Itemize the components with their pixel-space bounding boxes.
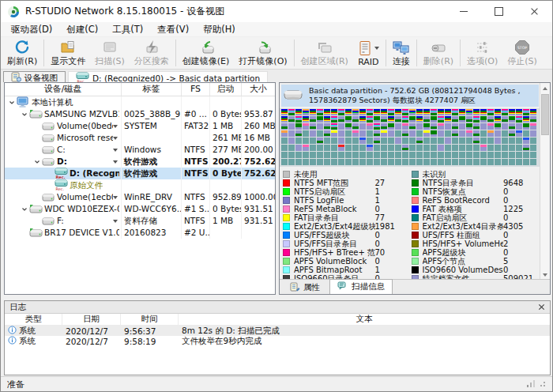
- table-row[interactable]: Rec.D: (Recognize...软件游戏NTFS0 Bytes752.6…: [5, 168, 275, 179]
- device-name-cell: Rec.D: (Recognize...: [5, 168, 122, 179]
- volume-dropdown-icon[interactable]: [113, 137, 118, 140]
- toolbar-separator: [460, 40, 461, 66]
- legend-swatch: [283, 188, 290, 195]
- scan-block-map[interactable]: [280, 108, 540, 167]
- toolbar-button-open-image[interactable]: 打开镜像(O): [234, 38, 292, 68]
- table-row[interactable]: 本地计算机: [5, 96, 275, 108]
- log-column-time[interactable]: 时间: [121, 314, 179, 325]
- menu-tools[interactable]: 工具(T): [105, 23, 150, 36]
- log-text: 8m 12s 的 D: 扫描已完成: [179, 326, 550, 337]
- toolbar-button-raid[interactable]: RAID: [353, 38, 384, 68]
- device-name: WDC WD10EZEX-08W...: [44, 203, 119, 215]
- scan-map-cell: [523, 159, 529, 165]
- svg-text:STOP: STOP: [517, 46, 527, 50]
- expand-chevron-icon[interactable]: [19, 206, 29, 213]
- scan-map-row: [281, 159, 540, 166]
- table-row[interactable]: Microsoft reserve..261 MB16 MB: [5, 132, 275, 144]
- toolbar-button-delete[interactable]: 删除(R): [419, 38, 458, 68]
- scan-map-cell: [480, 138, 487, 144]
- menu-drive[interactable]: 驱动器(D): [4, 23, 59, 36]
- toolbar-button-show-files[interactable]: 显示文件: [46, 38, 90, 68]
- legend-swatch: [283, 240, 290, 247]
- table-row[interactable]: WDC WD10EZEX-08W...WD-WCC6Y6...#1 S...0 …: [5, 203, 275, 215]
- scan-map-cell: [395, 138, 401, 144]
- table-row[interactable]: C:WindowsNTFS277 MB200.00 ...: [5, 144, 275, 156]
- column-header-device[interactable]: 设备/磁盘: [5, 83, 122, 96]
- menu-view[interactable]: 查看(V): [150, 23, 196, 36]
- toolbar-button-options[interactable]: 选项(O): [462, 38, 502, 68]
- raid-icon: [358, 40, 379, 56]
- scan-map-cell: [459, 109, 465, 115]
- volume-dropdown-icon[interactable]: [113, 125, 118, 128]
- device-fs: #0 ...: [182, 108, 210, 120]
- scan-map-cell: [416, 152, 423, 158]
- scan-map-cell: [409, 109, 416, 115]
- table-row[interactable]: Rec.原始文件: [5, 179, 275, 191]
- toolbar-button-connect[interactable]: 连接: [388, 38, 415, 68]
- scan-map-cell: [409, 145, 416, 151]
- scrollbar-up-icon[interactable]: [540, 83, 550, 93]
- scan-map-cell: [310, 116, 316, 122]
- toolbar-button-create-image[interactable]: 创建镜像(E): [178, 38, 235, 68]
- toolbar-button-create-region[interactable]: 创建区域(R): [296, 38, 353, 68]
- resize-grip[interactable]: [538, 379, 546, 390]
- expand-chevron-icon[interactable]: [6, 100, 17, 106]
- log-column-date[interactable]: 日期: [62, 314, 121, 325]
- scan-panel-scrollbar[interactable]: [540, 83, 550, 280]
- table-row[interactable]: F:资料存储NTFS1 MB931.51 ...: [5, 215, 275, 227]
- scan-map-cell: [495, 138, 501, 144]
- volume-dropdown-icon[interactable]: [113, 160, 118, 164]
- table-row[interactable]: SAMSUNG MZVLB1T0...0025_388B_9...#0 ...0…: [5, 108, 275, 120]
- log-row[interactable]: 系统2020/12/79:58:19文件枚举在9秒内完成: [5, 336, 550, 346]
- log-row[interactable]: 系统2020/12/79:56:378m 12s 的 D: 扫描已完成: [5, 326, 550, 336]
- scan-map-cell: [338, 130, 344, 137]
- device-start: [210, 227, 242, 239]
- toolbar-button-label: 删除(R): [423, 55, 453, 67]
- scrollbar-thumb[interactable]: [541, 94, 549, 135]
- toolbar-button-partition-search[interactable]: 分区搜索: [130, 38, 174, 68]
- expand-chevron-icon[interactable]: [32, 159, 42, 165]
- log-column-type[interactable]: 类型: [5, 314, 62, 325]
- expand-chevron-icon[interactable]: [19, 111, 29, 118]
- scan-map-cell: [388, 123, 394, 130]
- menu-help[interactable]: 帮助(H): [196, 23, 243, 36]
- column-header-size[interactable]: 大小: [242, 83, 275, 96]
- table-row[interactable]: Volume(0bedecf0-..SYSTEMFAT321 MB260 MB: [5, 120, 275, 132]
- partition-summary: Basic data partition - 752.62 GB (808121…: [281, 85, 539, 107]
- minimize-button[interactable]: [446, 1, 481, 22]
- raid-dropdown-icon[interactable]: [374, 47, 379, 50]
- scan-map-cell: [459, 152, 465, 158]
- column-header-fs[interactable]: FS: [182, 83, 210, 96]
- scan-map-cell: [345, 145, 352, 151]
- maximize-button[interactable]: [481, 1, 517, 22]
- column-header-start[interactable]: 启动: [210, 83, 242, 96]
- log-column-text[interactable]: 文本: [179, 314, 550, 325]
- scan-map-cell: [331, 145, 337, 151]
- tab-properties[interactable]: 属性: [283, 281, 327, 294]
- scan-map-cell: [352, 152, 359, 158]
- tab-scan-information[interactable]: 扫描信息: [329, 279, 393, 294]
- close-button[interactable]: [517, 1, 552, 22]
- volume-dropdown-icon[interactable]: [113, 220, 118, 223]
- toolbar-button-scan[interactable]: 扫描(S): [90, 38, 130, 68]
- column-header-label[interactable]: 标签: [122, 83, 182, 96]
- scan-map-cell: [395, 123, 401, 130]
- device-label: 20160823: [122, 227, 182, 239]
- table-row[interactable]: D:软件游戏NTFS200.27 ...752.62 ...: [5, 156, 275, 168]
- toolbar-button-refresh[interactable]: 刷新(R): [2, 38, 42, 68]
- table-row[interactable]: BR17 DEVICE V1.00 1....20160823#2 U...: [5, 227, 275, 239]
- toolbar-button-stop[interactable]: STOP停止(S): [502, 38, 542, 68]
- scan-map-cell: [530, 116, 536, 122]
- log-close-icon[interactable]: [538, 303, 545, 311]
- volume-dropdown-icon[interactable]: [113, 196, 118, 199]
- scan-map-cell: [502, 145, 508, 151]
- table-row[interactable]: Volume(1ecb0c98-..WinRE_DRVNTFS952.89 ..…: [5, 191, 275, 203]
- legend-label: ReFS BootRecord: [423, 196, 504, 205]
- close-icon: [530, 7, 539, 16]
- scan-map-cell: [303, 138, 309, 144]
- scan-map-cell: [466, 138, 472, 144]
- volume-dropdown-icon[interactable]: [113, 149, 118, 152]
- options-icon: [475, 40, 491, 55]
- device-fs: #2 U...: [182, 227, 210, 239]
- menu-create[interactable]: 创建(C): [59, 23, 105, 36]
